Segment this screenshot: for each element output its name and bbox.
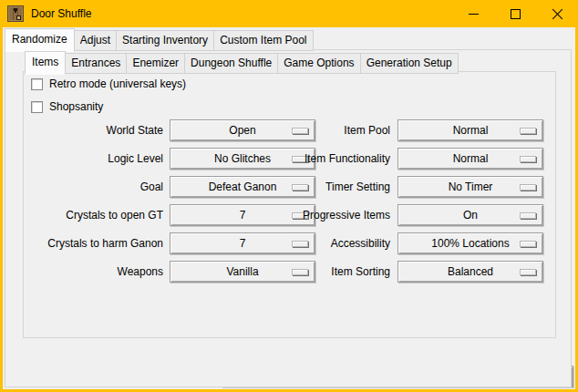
tab-custom-item-pool[interactable]: Custom Item Pool bbox=[213, 30, 313, 51]
shopsanity-label: Shopsanity bbox=[49, 100, 103, 113]
dropdown-indicator-icon bbox=[520, 156, 536, 162]
goal-label: Goal bbox=[24, 176, 163, 198]
timer-setting-value: No Timer bbox=[449, 177, 493, 197]
retro-mode-row: Retro mode (universal keys) bbox=[31, 77, 186, 90]
window-title: Door Shuffle bbox=[31, 7, 92, 20]
retro-mode-label: Retro mode (universal keys) bbox=[49, 77, 186, 90]
app-window: Door Shuffle Randomize Adjust Starting I… bbox=[0, 0, 578, 392]
item-sorting-value: Balanced bbox=[448, 262, 493, 282]
item-functionality-value: Normal bbox=[453, 149, 489, 169]
maximize-icon bbox=[511, 9, 521, 19]
client-area: Randomize Adjust Starting Inventory Cust… bbox=[3, 27, 575, 389]
timer-setting-dropdown[interactable]: No Timer bbox=[397, 176, 543, 198]
inner-tab-bar: Items Entrances Enemizer Dungeon Shuffle… bbox=[25, 51, 458, 74]
tab-items[interactable]: Items bbox=[25, 51, 66, 75]
minimize-icon bbox=[469, 14, 479, 15]
retro-mode-checkbox[interactable] bbox=[31, 78, 43, 90]
world-state-label: World State bbox=[24, 119, 163, 141]
crystals-open-gt-label: Crystals to open GT bbox=[24, 204, 163, 226]
titlebar[interactable]: Door Shuffle bbox=[0, 0, 578, 27]
maximize-button[interactable] bbox=[494, 0, 536, 27]
shopsanity-checkbox[interactable] bbox=[31, 101, 43, 113]
crystals-harm-ganon-label: Crystals to harm Ganon bbox=[24, 232, 163, 254]
shopsanity-row: Shopsanity bbox=[31, 100, 103, 113]
accessibility-dropdown[interactable]: 100% Locations bbox=[397, 232, 543, 254]
close-icon bbox=[552, 8, 563, 20]
outer-tab-bar: Randomize Adjust Starting Inventory Cust… bbox=[5, 28, 313, 51]
tab-starting-inventory[interactable]: Starting Inventory bbox=[116, 30, 214, 51]
tab-generation-setup[interactable]: Generation Setup bbox=[360, 53, 459, 74]
item-sorting-label: Item Sorting bbox=[252, 261, 390, 283]
timer-setting-label: Timer Setting bbox=[252, 176, 390, 198]
dropdown-indicator-icon bbox=[520, 241, 536, 247]
tab-dungeon-shuffle[interactable]: Dungeon Shuffle bbox=[184, 53, 278, 74]
logic-level-label: Logic Level bbox=[24, 148, 163, 170]
close-button[interactable] bbox=[536, 0, 578, 27]
dropdown-indicator-icon bbox=[520, 184, 536, 191]
progressive-items-value: On bbox=[463, 205, 478, 225]
tab-entrances[interactable]: Entrances bbox=[65, 53, 127, 74]
door-app-icon bbox=[7, 5, 24, 22]
tab-adjust[interactable]: Adjust bbox=[74, 30, 117, 51]
crystals-open-gt-value: 7 bbox=[240, 205, 246, 225]
minimize-button[interactable] bbox=[452, 0, 494, 27]
items-tab-pane: Retro mode (universal keys) Shopsanity W… bbox=[23, 71, 556, 338]
progressive-items-label: Progressive Items bbox=[252, 204, 390, 226]
weapons-label: Weapons bbox=[24, 261, 163, 283]
window-controls bbox=[452, 0, 578, 27]
accessibility-value: 100% Locations bbox=[431, 233, 509, 253]
item-functionality-label: Item Functionality bbox=[252, 148, 390, 170]
tab-game-options[interactable]: Game Options bbox=[277, 53, 360, 74]
item-pool-label: Item Pool bbox=[252, 119, 390, 141]
item-sorting-dropdown[interactable]: Balanced bbox=[397, 261, 543, 283]
dropdown-indicator-icon bbox=[520, 269, 536, 275]
item-pool-value: Normal bbox=[453, 120, 489, 140]
tab-enemizer[interactable]: Enemizer bbox=[126, 53, 185, 74]
accessibility-label: Accessibility bbox=[252, 232, 390, 254]
crystals-harm-ganon-value: 7 bbox=[240, 233, 246, 253]
dropdown-indicator-icon bbox=[520, 212, 536, 219]
progressive-items-dropdown[interactable]: On bbox=[397, 204, 543, 226]
item-pool-dropdown[interactable]: Normal bbox=[397, 119, 543, 141]
item-functionality-dropdown[interactable]: Normal bbox=[397, 148, 543, 170]
tab-randomize[interactable]: Randomize bbox=[5, 28, 75, 52]
dropdown-indicator-icon bbox=[520, 128, 536, 134]
